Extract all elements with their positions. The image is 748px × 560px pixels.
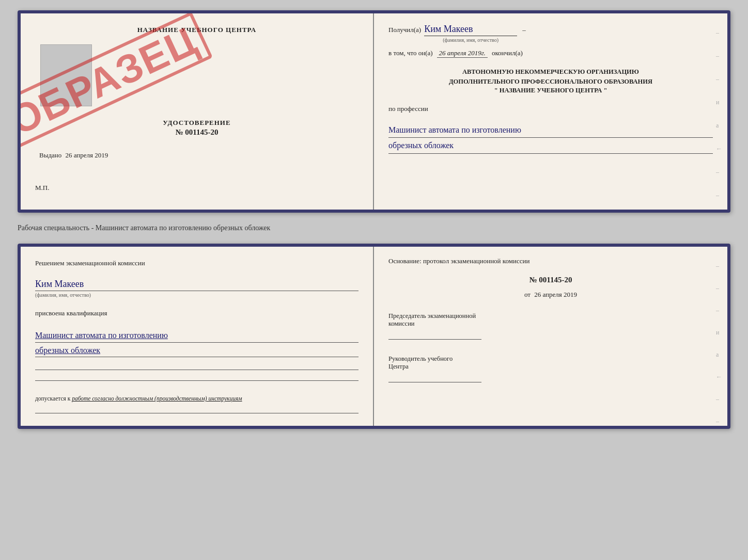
photo-placeholder xyxy=(40,44,92,106)
fio-label-bottom: (фамилия, имя, отчество) xyxy=(35,291,359,298)
bottom-document-card: Решением экзаменационной комиссии Ким Ма… xyxy=(18,244,730,429)
kvk-name-block: Ким Макеев (фамилия, имя, отчество) xyxy=(35,277,359,298)
protocol-num: № 001145-20 xyxy=(388,276,713,284)
protocol-date: от 26 апреля 2019 xyxy=(388,291,713,299)
po-professii-label: по профессии xyxy=(388,105,713,113)
vydano-label: Выдано xyxy=(39,151,61,159)
vydano-date: 26 апреля 2019 xyxy=(66,151,108,159)
rukovoditel-line2: Центра xyxy=(388,363,713,371)
dopusk-label: допускается к xyxy=(35,395,70,402)
predsedatel-sign-line xyxy=(388,339,481,340)
school-title-top: НАЗВАНИЕ УЧЕБНОГО ЦЕНТРА xyxy=(35,26,359,34)
udostoverenie-num: № 001145-20 xyxy=(176,128,219,137)
vtom-label: в том, что он(а) xyxy=(388,49,433,57)
top-right-panel: Получил(а) Ким Макеев (фамилия, имя, отч… xyxy=(374,13,727,210)
empty-line-2 xyxy=(35,380,359,381)
org-line2: ДОПОЛНИТЕЛЬНОГО ПРОФЕССИОНАЛЬНОГО ОБРАЗО… xyxy=(388,77,713,87)
profession-block-top: Машинист автомата по изготовлению обрезн… xyxy=(388,121,713,154)
mp-label: М.П. xyxy=(35,184,359,197)
kvk-profession-line1: Машинист автомата по изготовлению xyxy=(35,329,359,343)
predsedatel-line1: Председатель экзаменационной xyxy=(388,312,713,320)
separator-label: Рабочая специальность - Машинист автомат… xyxy=(18,222,730,234)
profession-line1: Машинист автомата по изготовлению xyxy=(388,123,713,138)
recipient-name: Ким Макеев xyxy=(424,24,517,36)
org-name: " НАЗВАНИЕ УЧЕБНОГО ЦЕНТРА " xyxy=(388,87,713,94)
vtom-line: в том, что он(а) 26 апреля 2019г. окончи… xyxy=(388,49,713,58)
org-block: АВТОНОМНУЮ НЕКОММЕРЧЕСКУЮ ОРГАНИЗАЦИЮ ДО… xyxy=(388,67,713,94)
poluchil-line: Получил(а) Ким Макеев (фамилия, имя, отч… xyxy=(388,24,713,43)
profession-block-bottom: Машинист автомата по изготовлению обрезн… xyxy=(35,327,359,357)
empty-lines xyxy=(35,370,359,381)
empty-line-3 xyxy=(35,413,359,413)
right-dashes-bottom: – – – и а ← – – – xyxy=(716,262,722,429)
org-line1: АВТОНОМНУЮ НЕКОММЕРЧЕСКУЮ ОРГАНИЗАЦИЮ xyxy=(388,67,713,77)
ot-label: от xyxy=(524,291,531,298)
osnovanie-text: Основание: протокол экзаменационной коми… xyxy=(388,257,713,265)
predsedatel-line2: комиссии xyxy=(388,320,713,328)
dopusk-italic: работе согласно должностным (производств… xyxy=(72,395,242,402)
profession-line2: обрезных обложек xyxy=(388,139,713,154)
udostoverenie-label: УДОСТОВЕРЕНИЕ xyxy=(163,119,230,127)
rukovoditel-line1: Руководитель учебного xyxy=(388,355,713,363)
udostoverenie-block: УДОСТОВЕРЕНИЕ № 001145-20 xyxy=(35,119,359,137)
reshenjem-text: Решением экзаменационной комиссии xyxy=(35,259,359,267)
dopuskaetsya-block: допускается к работе согласно должностны… xyxy=(35,395,359,402)
poluchil-label: Получил(а) xyxy=(388,26,421,34)
fio-label-top: (фамилия, имя, отчество) xyxy=(443,37,498,43)
rukovoditel-sign-line xyxy=(388,382,481,382)
bottom-left-panel: Решением экзаменационной комиссии Ким Ма… xyxy=(21,247,374,426)
vydano-line: Выдано 26 апреля 2019 xyxy=(39,151,359,159)
dash-after-name: – xyxy=(522,26,526,34)
top-document-card: НАЗВАНИЕ УЧЕБНОГО ЦЕНТРА ОБРАЗЕЦ УДОСТОВ… xyxy=(18,10,730,213)
right-dashes-top: – – – и а ← – – – xyxy=(716,29,722,213)
okoncil-label: окончил(а) xyxy=(492,49,523,57)
protocol-date-val: 26 апреля 2019 xyxy=(534,291,577,298)
vtom-date: 26 апреля 2019г. xyxy=(437,49,488,58)
bottom-right-panel: Основание: протокол экзаменационной коми… xyxy=(374,247,727,426)
empty-line-1 xyxy=(35,370,359,370)
top-left-panel: НАЗВАНИЕ УЧЕБНОГО ЦЕНТРА ОБРАЗЕЦ УДОСТОВ… xyxy=(21,13,374,210)
prisvoena-label: присвоена квалификация xyxy=(35,309,359,317)
rukovoditel-block: Руководитель учебного Центра xyxy=(388,355,713,382)
kvk-profession-line2: обрезных обложек xyxy=(35,344,359,358)
kvk-name: Ким Макеев xyxy=(35,279,359,290)
predsedatel-block: Председатель экзаменационной комиссии xyxy=(388,312,713,340)
